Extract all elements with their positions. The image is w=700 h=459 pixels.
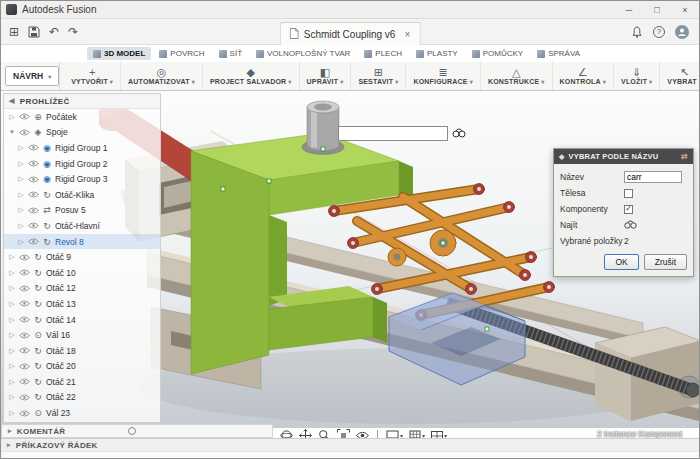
workspace-switcher-button[interactable]: NÁVRH ▾ [5, 66, 59, 86]
expand-arrow-icon[interactable]: ▷ [17, 160, 25, 168]
maximize-button[interactable]: □ [643, 1, 671, 18]
document-tab[interactable]: Schmidt Coupling v6 × [280, 22, 421, 45]
visibility-eye-icon[interactable] [19, 378, 30, 385]
name-input[interactable] [624, 171, 682, 183]
browser-tree-row[interactable]: ▷ ↻ Otáč 22 [4, 390, 160, 406]
dialog-header[interactable]: ◆ VYBRAT PODLE NÁZVU ⇄ [554, 149, 693, 164]
expand-arrow-icon[interactable]: ▷ [17, 222, 25, 230]
ribbon-tab[interactable]: SÍŤ [213, 47, 248, 60]
browser-tree-row[interactable]: ▷ ↻ Otáč 20 [4, 359, 160, 375]
ribbon-tab[interactable]: PLASTY [410, 47, 464, 60]
document-tab-close-icon[interactable]: × [404, 29, 410, 40]
browser-tree-row[interactable]: ▷ ↻ Otáč 10 [4, 265, 160, 281]
expand-chevron-icon[interactable]: ▸ [7, 441, 11, 449]
visibility-eye-icon[interactable] [19, 332, 30, 339]
browser-header[interactable]: ◀ PROHLÍŽEČ [4, 94, 160, 109]
visibility-eye-icon[interactable] [28, 207, 39, 214]
expand-arrow-icon[interactable]: ▷ [17, 238, 25, 246]
ribbon-group[interactable]: ◎ AUTOMATIZOVAT ▾ [121, 62, 203, 90]
ribbon-tab[interactable]: VOLNOPLOŠNÝ TVAR [250, 47, 356, 60]
ribbon-group[interactable]: ◧ UPRAVIT ▾ [300, 62, 352, 90]
browser-tree-row[interactable]: ▷ ◉ Rigid Group 2 [4, 156, 160, 172]
ribbon-group[interactable]: △ KONSTRUKCE ▾ [481, 62, 553, 90]
ribbon-tab[interactable]: POMŮCKY [466, 47, 529, 60]
expand-arrow-icon[interactable]: ▷ [8, 316, 16, 324]
ribbon-group[interactable]: + VYTVOŘIT ▾ [64, 62, 121, 90]
command-line-bar[interactable]: ▸ PŘÍKAZOVÝ ŘÁDEK [1, 438, 700, 451]
expand-arrow-icon[interactable]: ▾ [8, 128, 16, 136]
cancel-button[interactable]: Zrušit [644, 254, 687, 270]
minimize-button[interactable]: ─ [615, 1, 643, 18]
visibility-eye-icon[interactable] [19, 394, 30, 401]
browser-tree-row[interactable]: ▾ ◈ Spoje [4, 125, 160, 141]
expand-arrow-icon[interactable]: ▷ [17, 175, 25, 183]
data-panel-icon[interactable]: ⊞ [9, 26, 19, 38]
browser-tree-row[interactable]: ▷ ↻ Revol 8 [4, 234, 160, 250]
expand-arrow-icon[interactable]: ▷ [8, 378, 16, 386]
browser-tree-row[interactable]: ▷ ⊙ Vál 16 [4, 327, 160, 343]
visibility-eye-icon[interactable] [28, 176, 39, 183]
ribbon-group[interactable]: ∠ KONTROLA ▾ [553, 62, 614, 90]
browser-tree-row[interactable]: ▷ ↻ Otáč 18 [4, 343, 160, 359]
ribbon-group[interactable]: ⇓ VLOŽIT ▾ [614, 62, 660, 90]
redo-icon[interactable]: ↷ [68, 26, 78, 38]
browser-tree-row[interactable]: ▷ ↻ Otáč 12 [4, 281, 160, 297]
browser-tree-row[interactable]: ▷ ↻ Otáč 21 [4, 374, 160, 390]
help-icon[interactable]: ? [653, 26, 665, 38]
viewport-search-input[interactable] [338, 126, 448, 141]
expand-arrow-icon[interactable]: ▷ [8, 347, 16, 355]
expand-arrow-icon[interactable]: ▷ [17, 144, 25, 152]
user-avatar[interactable] [675, 25, 689, 39]
components-checkbox[interactable]: ✓ [624, 205, 633, 214]
expand-arrow-icon[interactable]: ▷ [17, 206, 25, 214]
browser-tree-row[interactable]: ▷ ⊕ Počátek [4, 109, 160, 125]
visibility-eye-icon[interactable] [19, 300, 30, 307]
expand-arrow-icon[interactable]: ▷ [8, 269, 16, 277]
browser-tree-row[interactable]: ▷ ↻ Otáč-Hlavní [4, 218, 160, 234]
expand-arrow-icon[interactable]: ▷ [8, 113, 16, 121]
expand-arrow-icon[interactable]: ▷ [8, 284, 16, 292]
ribbon-tab[interactable]: 3D MODEL [87, 47, 151, 60]
visibility-eye-icon[interactable] [19, 129, 30, 136]
binoculars-icon[interactable] [624, 220, 637, 231]
browser-tree-row[interactable]: ▷ ↻ Otáč 9 [4, 249, 160, 265]
command-line-input-area[interactable] [1, 451, 700, 459]
save-icon[interactable] [28, 26, 40, 38]
visibility-eye-icon[interactable] [19, 285, 30, 292]
visibility-eye-icon[interactable] [19, 316, 30, 323]
expand-arrow-icon[interactable]: ▷ [8, 409, 16, 417]
expand-chevron-icon[interactable]: ▸ [8, 427, 12, 435]
ribbon-tab[interactable]: POVRCH [153, 47, 210, 60]
visibility-eye-icon[interactable] [19, 269, 30, 276]
visibility-eye-icon[interactable] [19, 410, 30, 417]
browser-tree-row[interactable]: ▷ ↻ Otáč 14 [4, 312, 160, 328]
browser-tree-row[interactable]: ▷ ↻ Otáč 13 [4, 296, 160, 312]
expand-arrow-icon[interactable]: ▷ [8, 253, 16, 261]
ribbon-group[interactable]: ↖ VYBRAT ▾ [660, 62, 700, 90]
ribbon-group[interactable]: ≣ KONFIGURACE ▾ [406, 62, 481, 90]
expand-arrow-icon[interactable]: ▷ [8, 300, 16, 308]
undo-icon[interactable]: ↶ [49, 26, 59, 38]
visibility-eye-icon[interactable] [28, 160, 39, 167]
visibility-eye-icon[interactable] [19, 113, 30, 120]
visibility-eye-icon[interactable] [28, 238, 39, 245]
expand-arrow-icon[interactable]: ▷ [8, 331, 16, 339]
browser-tree-row[interactable]: ▷ ⇄ Posuv 5 [4, 203, 160, 219]
collapse-panel-icon[interactable]: ◀ [9, 97, 15, 105]
ribbon-group[interactable]: ◆ PROJECT SALVADOR ▾ [203, 62, 300, 90]
visibility-eye-icon[interactable] [19, 254, 30, 261]
browser-tree-row[interactable]: ▷ ◉ Rigid Group 1 [4, 140, 160, 156]
browser-tree-row[interactable]: ▷ ↻ Otáč-Klika [4, 187, 160, 203]
binoculars-icon[interactable] [452, 124, 466, 142]
expand-arrow-icon[interactable]: ▷ [8, 362, 16, 370]
ribbon-group[interactable]: ⊞ SESTAVIT ▾ [351, 62, 406, 90]
visibility-eye-icon[interactable] [19, 347, 30, 354]
visibility-eye-icon[interactable] [19, 363, 30, 370]
bodies-checkbox[interactable] [624, 189, 633, 198]
comment-panel-bar[interactable]: ▸ KOMENTÁŘ [1, 424, 273, 438]
browser-tree-row[interactable]: ▷ ⊙ Vál 23 [4, 405, 160, 421]
visibility-eye-icon[interactable] [28, 191, 39, 198]
close-button[interactable]: × [671, 1, 699, 18]
expand-arrow-icon[interactable]: ▷ [17, 191, 25, 199]
dock-arrows-icon[interactable]: ⇄ [681, 152, 688, 161]
